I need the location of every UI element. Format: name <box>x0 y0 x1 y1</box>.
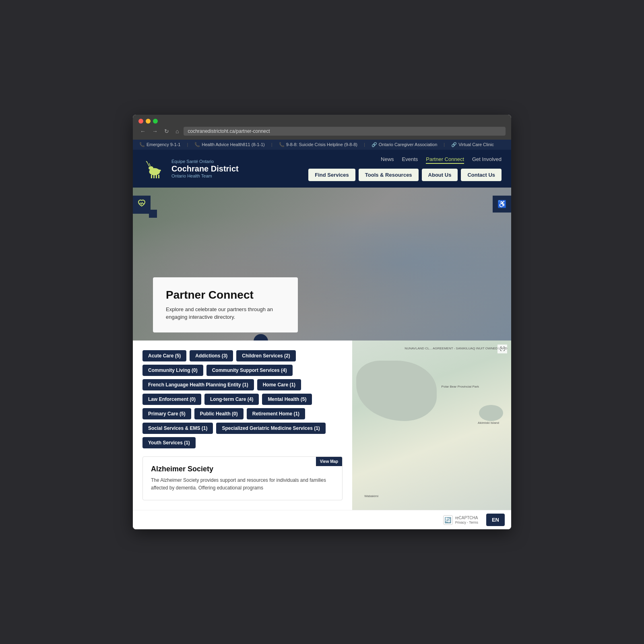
tag-community-support[interactable]: Community Support Services (4) <box>206 365 293 376</box>
contact-us-button[interactable]: Contact Us <box>461 169 502 181</box>
org-card-alzheimer: View Map Alzheimer Society The Alzheimer… <box>142 456 343 500</box>
top-nav: News Events Partner Connect Get Involved <box>381 156 502 164</box>
window-controls <box>138 119 506 124</box>
forward-button[interactable]: → <box>151 127 159 135</box>
svg-rect-5 <box>156 175 157 178</box>
language-toggle-button[interactable]: EN <box>486 514 505 526</box>
phone-icon: 📞 <box>139 142 145 147</box>
svg-rect-4 <box>153 175 155 178</box>
tag-social-services[interactable]: Social Services & EMS (1) <box>142 423 213 434</box>
tag-law-enforcement[interactable]: Law Enforcement (0) <box>142 394 201 405</box>
moose-logo <box>142 157 167 181</box>
tag-long-term-care[interactable]: Long-term Care (4) <box>204 394 259 405</box>
divider-3: | <box>364 142 365 147</box>
tag-primary-care[interactable]: Primary Care (5) <box>142 408 191 419</box>
oht-label: Ontario Health Team <box>171 173 239 178</box>
about-us-button[interactable]: About Us <box>422 169 458 181</box>
svg-rect-6 <box>158 175 159 178</box>
tag-home-care[interactable]: Home Care (1) <box>257 379 301 390</box>
link-icon-2: 🔗 <box>451 142 457 147</box>
logo-text: Équipe Santé Ontario Cochrane District O… <box>171 159 239 178</box>
bottom-bar: 🔄 reCAPTCHAPrivacy - Terms EN <box>133 510 511 529</box>
view-map-badge[interactable]: View Map <box>316 457 342 466</box>
map-label-polar-bear: Polar Bear Provincial Park <box>442 385 479 389</box>
virtual-care-link[interactable]: 🔗 Virtual Care Clinic <box>451 142 494 147</box>
svg-point-11 <box>159 169 161 171</box>
minimize-dot[interactable] <box>146 119 151 124</box>
accessibility-button[interactable]: ♿ <box>493 196 511 213</box>
recaptcha-icon: 🔄 <box>443 515 453 525</box>
nav-news[interactable]: News <box>381 156 394 164</box>
back-button[interactable]: ← <box>138 127 147 135</box>
site-header: Équipe Santé Ontario Cochrane District O… <box>133 150 511 188</box>
tag-retirement-home[interactable]: Retirement Home (1) <box>247 408 305 419</box>
tag-children-services[interactable]: Children Services (2) <box>236 350 295 361</box>
directory-section: Acute Care (5) Addictions (3) Children S… <box>133 341 511 510</box>
divider-2: | <box>271 142 272 147</box>
map-panel[interactable]: ⛶ NUNAVLAND CL... AGREEMENT - SANIKILUAQ… <box>352 341 511 510</box>
tag-public-health[interactable]: Public Health (0) <box>194 408 244 419</box>
health811-link[interactable]: 📞 Health Advice Health811 (8-1-1) <box>194 142 265 147</box>
cochrane-label: Cochrane District <box>171 164 239 173</box>
recaptcha-text: reCAPTCHAPrivacy - Terms <box>455 516 478 524</box>
recaptcha-widget: 🔄 reCAPTCHAPrivacy - Terms <box>443 515 478 525</box>
link-icon-1: 🔗 <box>372 142 377 147</box>
divider-4: | <box>444 142 445 147</box>
info-bar: 📞 Emergency 9-1-1 | 📞 Health Advice Heal… <box>133 140 511 150</box>
maximize-dot[interactable] <box>153 119 158 124</box>
map-background: ⛶ NUNAVLAND CL... AGREEMENT - SANIKILUAQ… <box>352 341 511 510</box>
browser-toolbar: ← → ↻ ⌂ <box>138 127 506 136</box>
emergency-link[interactable]: 📞 Emergency 9-1-1 <box>139 142 180 147</box>
org-name: Alzheimer Society <box>151 465 334 473</box>
tag-geriatric-medicine[interactable]: Specialized Geriatric Medicine Services … <box>216 423 325 434</box>
divider-1: | <box>187 142 188 147</box>
tag-french-language[interactable]: French Language Health Planning Entity (… <box>142 379 254 390</box>
phone-icon-2: 📞 <box>194 142 200 147</box>
crisis-link[interactable]: 📞 9-8-8: Suicide Crisis Helpline (9-8-8) <box>279 142 357 147</box>
tag-youth-services[interactable]: Youth Services (1) <box>142 437 196 448</box>
nav-get-involved[interactable]: Get Involved <box>472 156 502 164</box>
close-dot[interactable] <box>138 119 143 124</box>
health-icon-widget <box>133 196 151 214</box>
address-bar[interactable] <box>184 127 506 136</box>
tag-acute-care[interactable]: Acute Care (5) <box>142 350 186 361</box>
svg-rect-3 <box>151 175 152 178</box>
header-right: News Events Partner Connect Get Involved… <box>308 156 502 181</box>
hero-title: Partner Connect <box>166 289 285 301</box>
hero-description: Explore and celebrate our partners throu… <box>166 305 285 321</box>
map-label-wabakimi: Wabakimi <box>364 494 378 498</box>
map-label-akimiski: Akimiski Island <box>478 421 499 425</box>
filter-panel: Acute Care (5) Addictions (3) Children S… <box>133 341 352 510</box>
equipe-label: Équipe Santé Ontario <box>171 159 239 164</box>
home-button[interactable]: ⌂ <box>174 127 180 135</box>
phone-icon-3: 📞 <box>279 142 285 147</box>
find-services-button[interactable]: Find Services <box>308 169 355 181</box>
main-nav: Find Services Tools & Resources About Us… <box>308 169 502 181</box>
browser-chrome: ← → ↻ ⌂ <box>133 115 511 140</box>
hero-card: Partner Connect Explore and celebrate ou… <box>153 277 298 332</box>
tag-mental-health[interactable]: Mental Health (5) <box>262 394 312 405</box>
svg-point-2 <box>149 166 153 170</box>
decorative-square <box>149 210 157 218</box>
org-description: The Alzheimer Society provides support a… <box>151 477 334 492</box>
logo-area[interactable]: Équipe Santé Ontario Cochrane District O… <box>142 157 239 181</box>
map-label-nunavut: NUNAVLAND CL... AGREEMENT - SANIKILUAQ I… <box>405 347 507 351</box>
nav-partner-connect[interactable]: Partner Connect <box>426 156 464 164</box>
tag-community-living[interactable]: Community Living (0) <box>142 365 203 376</box>
tag-addictions[interactable]: Addictions (3) <box>190 350 233 361</box>
browser-window: ← → ↻ ⌂ 📞 Emergency 9-1-1 | 📞 Health Adv… <box>133 115 511 529</box>
heartbeat-icon <box>138 200 146 208</box>
nav-events[interactable]: Events <box>402 156 418 164</box>
hero-section: ♿ Partner Connect Explore and celebrate … <box>133 188 511 341</box>
akimiski-island-shape <box>479 405 503 421</box>
category-tags: Acute Care (5) Addictions (3) Children S… <box>142 350 343 448</box>
caregiver-link[interactable]: 🔗 Ontario Caregiver Association <box>372 142 438 147</box>
tools-resources-button[interactable]: Tools & Resources <box>359 169 419 181</box>
refresh-button[interactable]: ↻ <box>163 127 171 135</box>
mainland-shape <box>356 361 437 421</box>
